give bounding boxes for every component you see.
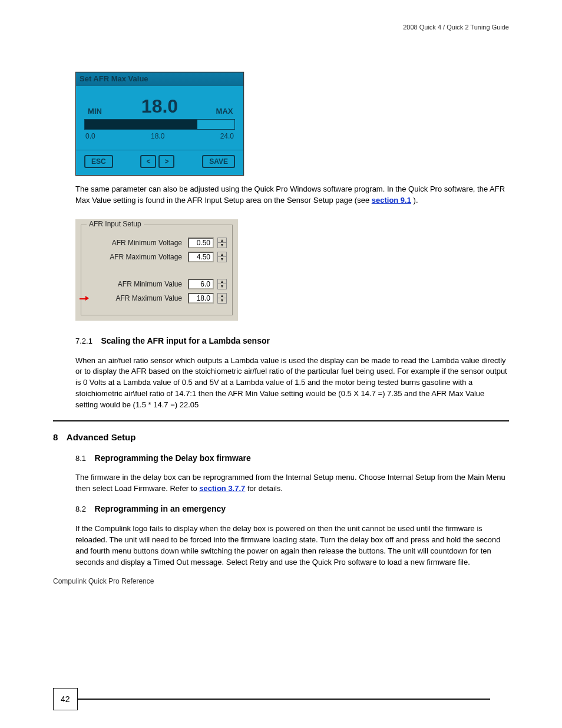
afr-row-min-voltage: AFR Minimum Voltage ▲ ▼	[84, 238, 227, 248]
slider-scale-max: 24.0	[220, 132, 234, 140]
stepper-down-icon[interactable]: ▼	[217, 256, 227, 262]
section-721-heading: 7.2.1 Scaling the AFR input for a Lambda…	[75, 335, 509, 347]
section-81-num: 8.1	[75, 454, 86, 463]
page-number: 42	[53, 688, 78, 710]
section-82-heading: 8.2 Reprogramming in an emergency	[75, 503, 509, 515]
save-button[interactable]: SAVE	[202, 155, 235, 168]
afr-max-voltage-input[interactable]	[188, 252, 214, 262]
afr-label: AFR Maximum Voltage	[84, 253, 184, 261]
slider-min-label: MIN	[84, 107, 105, 116]
section-81-title: Reprogramming the Delay box firmware	[95, 453, 251, 463]
stepper-up-icon[interactable]: ▲	[217, 252, 227, 257]
stepper-up-icon[interactable]: ▲	[217, 238, 227, 243]
section-8-title: Advanced Setup	[67, 432, 136, 442]
afr-row-max-value-highlighted: AFR Maximum Value ▲ ▼	[84, 293, 227, 304]
slider-scale-min: 0.0	[85, 132, 95, 140]
afr-label: AFR Minimum Voltage	[84, 239, 184, 247]
stepper-down-icon[interactable]: ▼	[217, 242, 227, 248]
afr-row-min-value: AFR Minimum Value ▲ ▼	[84, 279, 227, 289]
para1-suffix: ).	[414, 196, 418, 205]
section-81-heading: 8.1 Reprogramming the Delay box firmware	[75, 452, 509, 465]
footer-brand-label: Compulink Quick Pro Reference	[53, 577, 154, 585]
section-721-num: 7.2.1	[75, 337, 92, 345]
section-721-title: Scaling the AFR input for a Lambda senso…	[101, 336, 270, 345]
header-right: 2008 Quick 4 / Quick 2 Tuning Guide	[403, 24, 509, 31]
link-section-3-7-7[interactable]: section 3.7.7	[199, 484, 245, 493]
section-82-num: 8.2	[75, 505, 86, 513]
section-81-prefix: The firmware in the delay box can be rep…	[75, 473, 505, 493]
slider-max-label: MAX	[214, 107, 235, 116]
slider-scale: 0.0 18.0 24.0	[84, 132, 235, 146]
afr-min-voltage-input[interactable]	[188, 238, 214, 248]
afr-label: AFR Minimum Value	[84, 280, 184, 288]
page-header: 2008 Quick 4 / Quick 2 Tuning Guide	[53, 24, 509, 31]
page-footer: 42	[53, 688, 490, 710]
esc-button[interactable]: ESC	[84, 155, 113, 168]
increment-button[interactable]: >	[158, 155, 174, 168]
afr-max-value-input[interactable]	[188, 293, 214, 304]
afr-input-setup-panel: AFR Input Setup AFR Minimum Voltage ▲ ▼ …	[75, 219, 238, 321]
slider-fill	[85, 120, 197, 129]
section-81-body: The firmware in the delay box can be rep…	[75, 472, 509, 495]
section-82-body: If the Compulink logo fails to display w…	[75, 523, 509, 568]
afr-min-value-input[interactable]	[188, 279, 214, 289]
afr-max-voltage-stepper[interactable]: ▲ ▼	[217, 252, 227, 262]
link-section-9-1[interactable]: section 9.1	[372, 196, 411, 205]
sensor-panel: Set AFR Max Value MIN 18.0 MAX 0.0 18.0 …	[75, 72, 244, 176]
afr-min-voltage-stepper[interactable]: ▲ ▼	[217, 238, 227, 248]
stepper-up-icon[interactable]: ▲	[217, 279, 227, 284]
decrement-button[interactable]: <	[140, 155, 156, 168]
afr-max-value-stepper[interactable]: ▲ ▼	[217, 293, 227, 304]
slider-scale-mid: 18.0	[151, 132, 164, 140]
section-8-heading: 8 Advanced Setup	[53, 431, 509, 444]
stepper-up-icon[interactable]: ▲	[217, 293, 227, 298]
stepper-down-icon[interactable]: ▼	[217, 284, 227, 289]
sensor-panel-title: Set AFR Max Value	[76, 73, 243, 86]
slider-track[interactable]	[84, 119, 235, 130]
section-8-num: 8	[53, 432, 58, 442]
section-81-suffix: for details.	[247, 484, 283, 493]
footer-brand: Compulink Quick Pro Reference	[53, 576, 509, 587]
hr-divider	[53, 420, 509, 421]
slider-value: 18.0	[109, 97, 210, 116]
afr-label: AFR Maximum Value	[84, 294, 184, 302]
para1-prefix: The same parameter can also be adjusted …	[75, 185, 505, 205]
section-82-title: Reprogramming in an emergency	[95, 504, 226, 513]
footer-rule	[78, 699, 490, 700]
stepper-down-icon[interactable]: ▼	[217, 298, 227, 304]
afr-row-max-voltage: AFR Maximum Voltage ▲ ▼	[84, 252, 227, 262]
section-721-body: When an air/fuel ratio sensor which outp…	[75, 355, 509, 411]
afr-min-value-stepper[interactable]: ▲ ▼	[217, 279, 227, 289]
para-software-note: The same parameter can also be adjusted …	[75, 184, 509, 206]
